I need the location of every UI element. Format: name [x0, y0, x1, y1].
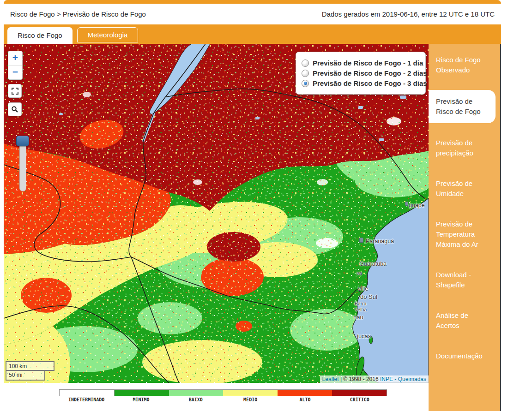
forecast-option-2dias[interactable]: Previsão de Risco de Fogo - 2 dias [302, 69, 420, 77]
fire-risk-raster-map [4, 44, 429, 383]
sidebar-item-previsao-umidade[interactable]: Previsão de Umidade [429, 173, 500, 204]
city-label-garuva: va [357, 270, 362, 276]
legend-swatch-medio [223, 390, 278, 396]
app-container: Risco de Fogo > Previsão de Risco de Fog… [4, 0, 501, 411]
legend-swatch-critico [332, 390, 387, 396]
radio-icon-selected[interactable] [302, 80, 309, 87]
legend-swatch-indeterminado [60, 390, 115, 396]
radio-icon[interactable] [302, 70, 309, 77]
sidebar-item-risco-observado[interactable]: Risco de Fogo Observado [429, 49, 500, 81]
legend-color-bar [59, 389, 387, 396]
city-label-paranagua: Paranaguá [366, 238, 394, 244]
legend-label: INDETERMINADO [59, 397, 114, 402]
forecast-option-1dia[interactable]: Previsão de Risco de Fogo - 1 dia [302, 59, 420, 67]
legend-label: BAIXO [169, 397, 223, 402]
city-label-joinville: ville [358, 285, 368, 292]
forecast-layer-panel: Previsão de Risco de Fogo - 1 dia Previs… [296, 52, 426, 95]
breadcrumb[interactable]: Risco de Fogo > Previsão de Risco de Fog… [10, 10, 146, 18]
risk-legend: INDETERMINADO MÍNIMO BAIXO MÉDIO ALTO CR… [4, 389, 429, 411]
city-label-guaratuba: Guaratuba [359, 261, 387, 267]
fullscreen-button[interactable] [8, 84, 22, 98]
radio-icon[interactable] [302, 60, 309, 67]
inpe-queimadas-link[interactable]: INPE - Queimadas [380, 376, 426, 382]
zoom-in-button[interactable]: + [8, 51, 22, 65]
map-column: + − [4, 44, 429, 411]
sidebar-item-previsao-risco[interactable]: Previsão de Risco de Fogo [429, 90, 496, 123]
city-pin-icon [405, 202, 408, 206]
fire-risk-page: Risco de Fogo > Previsão de Risco de Fog… [0, 0, 532, 411]
scale-km: 100 km [6, 361, 54, 371]
tab-risco-de-fogo[interactable]: Risco de Fogo [7, 27, 73, 44]
legend-label: MÉDIO [223, 397, 278, 402]
legend-swatch-minimo [115, 390, 169, 396]
generated-info: Dados gerados em 2019-06-16, entre 12 UT… [322, 10, 495, 18]
sidebar-item-previsao-temperatura[interactable]: Previsão de Temperatura Máxima do Ar [429, 214, 500, 255]
tab-bar: Risco de Fogo Meteorologia [4, 24, 501, 44]
leaflet-map[interactable]: + − [4, 44, 429, 383]
tab-meteorologia[interactable]: Meteorologia [77, 27, 139, 42]
main-area: + − [4, 44, 501, 411]
leaflet-link[interactable]: Leaflet [322, 376, 339, 382]
forecast-option-3dias[interactable]: Previsão de Risco de Fogo - 3 dias [302, 79, 420, 87]
top-header: Risco de Fogo > Previsão de Risco de Fog… [4, 4, 501, 24]
fullscreen-icon [12, 88, 18, 95]
city-label-barra: Barra [355, 301, 367, 306]
sidebar-item-analise-acertos[interactable]: Análise de Acertos [429, 305, 500, 336]
scale-control: 100 km 50 mi [6, 361, 54, 381]
legend-label: ALTO [278, 397, 332, 402]
search-button[interactable] [8, 102, 22, 116]
city-label-tijucas: jucas [357, 333, 371, 340]
search-icon [11, 106, 18, 113]
attribution-copyright: | © 1998 - 2016 [340, 376, 379, 382]
sidebar-nav: Risco de Fogo Observado Previsão de Risc… [429, 44, 501, 411]
city-label-do-sul: do Sul [360, 293, 377, 300]
legend-swatch-alto [278, 390, 332, 396]
city-pin-icon [359, 238, 363, 243]
sidebar-item-download-shapefile[interactable]: Download - Shapefile [429, 264, 500, 296]
city-label-velha: Velha [355, 307, 367, 312]
legend-label: MÍNIMO [114, 397, 168, 402]
legend-label: CRÍTICO [332, 397, 387, 402]
city-label-blumenau: nau [353, 314, 363, 321]
map-attribution: Leaflet | © 1998 - 2016 INPE - Queimadas [320, 375, 429, 383]
legend-labels: INDETERMINADO MÍNIMO BAIXO MÉDIO ALTO CR… [59, 396, 387, 402]
zoom-control: + − [8, 51, 23, 80]
scale-mi: 50 mi [6, 371, 45, 381]
city-label-iguape: guape [409, 202, 425, 208]
sidebar-item-documentacao[interactable]: Documentação [429, 345, 500, 367]
zoom-out-button[interactable]: − [8, 66, 22, 79]
sidebar-item-previsao-precipitacao[interactable]: Previsão de precipitação [429, 132, 500, 164]
legend-swatch-baixo [169, 390, 224, 396]
time-slider-handle[interactable] [16, 136, 29, 146]
